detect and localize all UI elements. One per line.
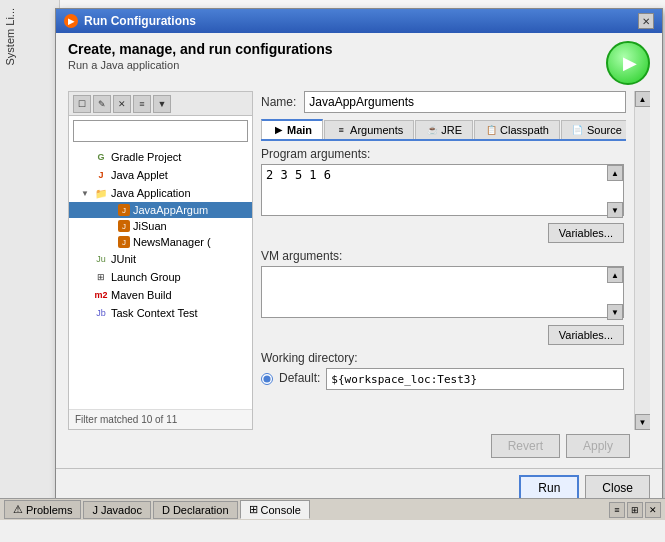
- vm-args-scrollbar: ▲ ▼: [607, 267, 623, 320]
- tree-item-java-applet[interactable]: J Java Applet: [69, 166, 252, 184]
- vm-args-label: VM arguments:: [261, 249, 624, 263]
- tab-arguments[interactable]: ≡ Arguments: [324, 120, 414, 139]
- tab-source-label: Source: [587, 124, 622, 136]
- status-tab-declaration[interactable]: D Declaration: [153, 501, 238, 519]
- status-icon-2[interactable]: ⊞: [627, 502, 643, 518]
- vm-args-variables-button[interactable]: Variables...: [548, 325, 624, 345]
- maven-icon: m2: [94, 288, 108, 302]
- dialog-titlebar: ▶ Run Configurations ✕: [56, 9, 662, 33]
- task-context-icon: Jb: [94, 306, 108, 320]
- tree-item-java-application[interactable]: ▼ 📁 Java Application: [69, 184, 252, 202]
- tree-item-jisuan[interactable]: J JiSuan: [69, 218, 252, 234]
- name-input[interactable]: [304, 91, 626, 113]
- status-tab-problems[interactable]: ⚠ Problems: [4, 500, 81, 519]
- javadoc-icon: J: [92, 504, 98, 516]
- dialog-subheading: Run a Java application: [68, 59, 333, 71]
- scrollbar-track: [635, 107, 650, 414]
- junit-icon: Ju: [94, 252, 108, 266]
- default-radio-label: Default:: [279, 371, 320, 385]
- name-row: Name:: [261, 91, 626, 113]
- dialog-title-icon: ▶: [64, 14, 78, 28]
- scrollbar-up-button[interactable]: ▲: [635, 91, 651, 107]
- collapse-button[interactable]: ▼: [153, 95, 171, 113]
- dialog-header: Create, manage, and run configurations R…: [68, 41, 650, 85]
- status-icon-3[interactable]: ✕: [645, 502, 661, 518]
- newsmanager-icon: J: [118, 236, 130, 248]
- dialog-close-button[interactable]: ✕: [638, 13, 654, 29]
- tab-jre[interactable]: ☕ JRE: [415, 120, 473, 139]
- program-args-scrollbar: ▲ ▼: [607, 165, 623, 218]
- apply-revert-row: Revert Apply: [68, 430, 650, 460]
- tree-item-label: NewsManager (: [133, 236, 211, 248]
- config-panel: Name: ▶ Main ≡ Arguments: [261, 91, 626, 430]
- tree-item-label: JUnit: [111, 253, 136, 265]
- vm-scroll-down-button[interactable]: ▼: [607, 304, 623, 320]
- program-args-variables-button[interactable]: Variables...: [548, 223, 624, 243]
- main-tab-icon: ▶: [272, 124, 284, 136]
- filter-count: Filter matched 10 of 11: [69, 409, 252, 429]
- apply-button[interactable]: Apply: [566, 434, 630, 458]
- java-app-folder-icon: 📁: [94, 186, 108, 200]
- arguments-tab-icon: ≡: [335, 124, 347, 136]
- tab-source[interactable]: 📄 Source: [561, 120, 626, 139]
- duplicate-config-button[interactable]: ✎: [93, 95, 111, 113]
- vm-scroll-up-button[interactable]: ▲: [607, 267, 623, 283]
- jre-tab-icon: ☕: [426, 124, 438, 136]
- scroll-up-button[interactable]: ▲: [607, 165, 623, 181]
- declaration-icon: D: [162, 504, 170, 516]
- tree-item-newsmanager[interactable]: J NewsManager (: [69, 234, 252, 250]
- tab-main-label: Main: [287, 124, 312, 136]
- status-icon-1[interactable]: ≡: [609, 502, 625, 518]
- tab-jre-label: JRE: [441, 124, 462, 136]
- program-args-input[interactable]: 2 3 5 1 6: [261, 164, 624, 216]
- jisuan-icon: J: [118, 220, 130, 232]
- source-tab-icon: 📄: [572, 124, 584, 136]
- new-config-button[interactable]: ☐: [73, 95, 91, 113]
- configurations-tree: G Gradle Project J Java Applet ▼ 📁 Java …: [69, 146, 252, 409]
- tree-item-launch-group[interactable]: ⊞ Launch Group: [69, 268, 252, 286]
- tree-item-junit[interactable]: Ju JUnit: [69, 250, 252, 268]
- tab-arguments-label: Arguments: [350, 124, 403, 136]
- problems-icon: ⚠: [13, 503, 23, 516]
- working-dir-input[interactable]: [326, 368, 624, 390]
- tree-item-label: Task Context Test: [111, 307, 198, 319]
- tree-search-input[interactable]: [73, 120, 248, 142]
- vm-args-input[interactable]: [261, 266, 624, 318]
- tree-item-label: Gradle Project: [111, 151, 181, 163]
- tree-item-gradle[interactable]: G Gradle Project: [69, 148, 252, 166]
- dialog-title-text: Run Configurations: [84, 14, 196, 28]
- launch-group-icon: ⊞: [94, 270, 108, 284]
- scroll-down-button[interactable]: ▼: [607, 202, 623, 218]
- tab-classpath-label: Classpath: [500, 124, 549, 136]
- tree-item-label: Java Applet: [111, 169, 168, 181]
- revert-button[interactable]: Revert: [491, 434, 560, 458]
- program-args-label: Program arguments:: [261, 147, 624, 161]
- program-args-container: 2 3 5 1 6 ▲ ▼: [261, 164, 624, 219]
- status-tab-javadoc[interactable]: J Javadoc: [83, 501, 150, 519]
- dialog-header-text: Create, manage, and run configurations R…: [68, 41, 333, 71]
- config-form: Program arguments: 2 3 5 1 6 ▲ ▼ Variabl…: [261, 147, 626, 430]
- delete-config-button[interactable]: ✕: [113, 95, 131, 113]
- quick-run-button[interactable]: [606, 41, 650, 85]
- tab-main[interactable]: ▶ Main: [261, 119, 323, 139]
- tree-item-maven-build[interactable]: m2 Maven Build: [69, 286, 252, 304]
- default-radio-button[interactable]: [261, 373, 273, 385]
- left-sidebar: System Li...: [0, 0, 60, 520]
- tree-item-label: JavaAppArgum: [133, 204, 208, 216]
- console-icon: ⊞: [249, 503, 258, 516]
- tab-classpath[interactable]: 📋 Classpath: [474, 120, 560, 139]
- tree-toolbar: ☐ ✎ ✕ ≡ ▼: [69, 92, 252, 116]
- tree-item-label: Maven Build: [111, 289, 172, 301]
- tree-item-label: JiSuan: [133, 220, 167, 232]
- tree-item-task-context[interactable]: Jb Task Context Test: [69, 304, 252, 322]
- scrollbar-down-button[interactable]: ▼: [635, 414, 651, 430]
- working-directory-section: Working directory: Default:: [261, 351, 624, 390]
- tree-item-label: Launch Group: [111, 271, 181, 283]
- filter-button[interactable]: ≡: [133, 95, 151, 113]
- gradle-icon: G: [94, 150, 108, 164]
- status-bar: ⚠ Problems J Javadoc D Declaration ⊞ Con…: [0, 498, 665, 520]
- tree-item-javaapparguments[interactable]: J JavaAppArgum: [69, 202, 252, 218]
- status-tab-console[interactable]: ⊞ Console: [240, 500, 310, 519]
- status-icons: ≡ ⊞ ✕: [609, 502, 661, 518]
- dialog-body: ☐ ✎ ✕ ≡ ▼ G Gradle Project: [68, 91, 650, 430]
